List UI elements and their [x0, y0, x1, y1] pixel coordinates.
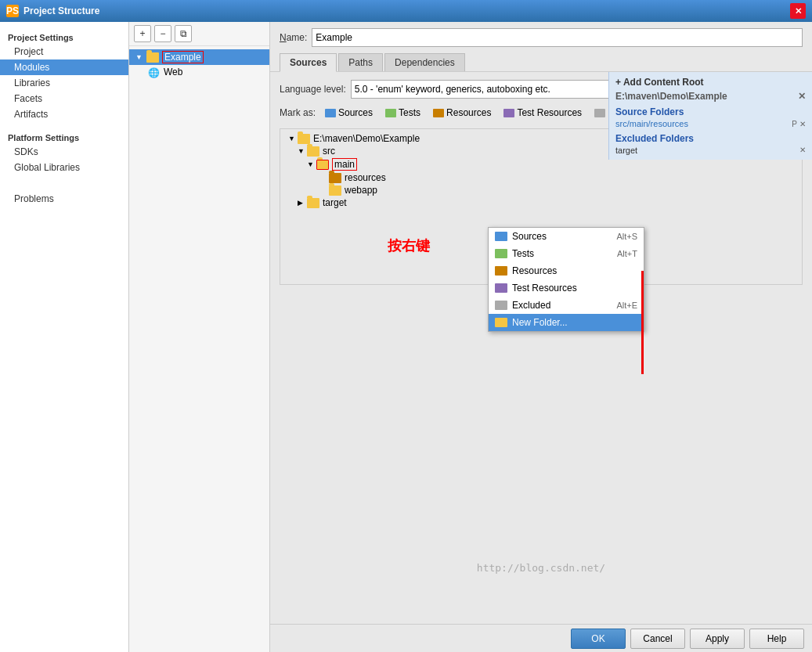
ctx-resources[interactable]: Resources — [489, 262, 644, 279]
content-area: Language level: ▼ Mark as: Sources Tests — [270, 72, 812, 652]
sidebar-item-project[interactable]: Project — [0, 44, 128, 59]
ctx-resources-label: Resources — [512, 265, 557, 276]
source-folder-path: src/main/resources — [615, 119, 688, 128]
add-module-button[interactable]: + — [134, 25, 151, 42]
mark-as-label: Mark as: — [280, 107, 316, 118]
right-panel: Name: Sources Paths Dependencies Languag… — [270, 22, 812, 652]
right-header: Name: Sources Paths Dependencies — [270, 22, 812, 72]
ctx-sources-shortcut: Alt+S — [616, 232, 637, 241]
help-button[interactable]: Help — [749, 629, 804, 649]
language-level-label: Language level: — [280, 84, 346, 95]
sources-icon — [325, 109, 336, 117]
name-input[interactable] — [312, 28, 803, 47]
ctx-test-resources[interactable]: Test Resources — [489, 279, 644, 297]
ctx-sources-label: Sources — [512, 231, 547, 242]
ctx-sources[interactable]: Sources Alt+S — [489, 228, 644, 245]
info-panel: + Add Content Root E:\maven\Demo\Example… — [608, 72, 812, 160]
watermark-text: http://blog.csdn.net/ — [477, 562, 605, 574]
target-label: target — [323, 197, 347, 208]
main-label: main — [332, 158, 357, 171]
cancel-button[interactable]: Cancel — [630, 629, 685, 649]
test-resources-icon — [503, 109, 514, 117]
add-content-root-label[interactable]: + Add Content Root — [615, 77, 704, 88]
platform-settings-label: Platform Settings — [0, 128, 128, 144]
sidebar-item-facets[interactable]: Facets — [0, 91, 128, 106]
module-tree-item-example[interactable]: ▼ Example — [129, 49, 269, 65]
ctx-test-resources-icon — [495, 283, 507, 293]
app-icon: PS — [6, 5, 19, 17]
sidebar-item-artifacts[interactable]: Artifacts — [0, 106, 128, 122]
info-path-header: E:\maven\Demo\Example ✕ — [615, 91, 806, 102]
tab-paths[interactable]: Paths — [338, 53, 383, 71]
tabs-row: Sources Paths Dependencies — [280, 53, 803, 71]
root-folder-icon — [298, 134, 310, 144]
ctx-sources-icon — [495, 232, 507, 241]
main-folder-icon — [316, 160, 329, 170]
tab-sources[interactable]: Sources — [280, 53, 337, 72]
ftree-target[interactable]: ▶ target — [283, 196, 799, 209]
webapp-label: webapp — [345, 185, 377, 196]
resources-label: resources — [345, 172, 386, 183]
project-settings-label: Project Settings — [0, 28, 128, 44]
ctx-tests[interactable]: Tests Alt+T — [489, 245, 644, 262]
webapp-folder-icon — [329, 186, 341, 196]
src-label: src — [323, 146, 335, 157]
ctx-tests-shortcut: Alt+T — [617, 249, 637, 258]
ok-button[interactable]: OK — [571, 629, 626, 649]
bottom-bar: OK Cancel Apply Help — [270, 624, 812, 652]
ctx-excluded-label: Excluded — [512, 300, 550, 311]
ctx-tests-icon — [495, 249, 507, 258]
example-label: Example — [162, 51, 204, 63]
src-folder-icon — [307, 146, 319, 157]
resources-folder-icon — [329, 173, 341, 183]
copy-module-button[interactable]: ⧉ — [175, 25, 192, 42]
ctx-new-folder[interactable]: New Folder... — [489, 314, 644, 331]
context-menu: Sources Alt+S Tests Alt+T Resources Test… — [488, 227, 644, 332]
source-folder-p-btn[interactable]: P — [792, 120, 797, 128]
name-label: Name: — [280, 32, 307, 43]
ctx-excluded[interactable]: Excluded Alt+E — [489, 297, 644, 314]
excluded-folders-title: Excluded Folders — [615, 133, 806, 144]
mark-test-resources-button[interactable]: Test Resources — [500, 106, 585, 119]
tab-dependencies[interactable]: Dependencies — [384, 53, 465, 71]
close-button[interactable]: ✕ — [790, 3, 806, 19]
mark-tests-button[interactable]: Tests — [382, 106, 424, 119]
source-folders-title: Source Folders — [615, 106, 806, 117]
ctx-excluded-icon — [495, 301, 507, 310]
excluded-folder-row: target ✕ — [615, 146, 806, 155]
folder-icon-example — [146, 52, 159, 63]
ctx-resources-icon — [495, 266, 507, 276]
sidebar-item-global-libraries[interactable]: Global Libraries — [0, 160, 128, 175]
excluded-folder-remove-btn[interactable]: ✕ — [799, 146, 806, 155]
sidebar-item-problems[interactable]: Problems — [0, 191, 128, 207]
target-folder-icon — [307, 198, 319, 208]
ctx-excluded-shortcut: Alt+E — [616, 301, 637, 310]
ctx-tests-label: Tests — [512, 248, 534, 259]
info-panel-close[interactable]: ✕ — [798, 91, 806, 102]
module-tree-item-web[interactable]: 🌐 Web — [129, 65, 269, 79]
module-list-panel: + − ⧉ ▼ Example 🌐 Web — [129, 22, 270, 652]
root-path-label: E:\maven\Demo\Example — [313, 133, 420, 144]
module-toolbar: + − ⧉ — [129, 22, 269, 46]
ctx-new-folder-icon — [495, 318, 507, 327]
source-folder-remove-btn[interactable]: ✕ — [799, 120, 806, 128]
web-icon: 🌐 — [148, 67, 161, 77]
ctx-new-folder-label: New Folder... — [512, 317, 568, 328]
sidebar: Project Settings Project Modules Librari… — [0, 22, 129, 652]
source-folder-row: src/main/resources P ✕ — [615, 119, 806, 128]
excluded-icon — [594, 109, 605, 117]
window-title: Project Structure — [23, 5, 99, 16]
excluded-folder-path: target — [615, 146, 637, 155]
sidebar-item-modules[interactable]: Modules — [0, 59, 128, 75]
remove-module-button[interactable]: − — [154, 25, 171, 42]
apply-button[interactable]: Apply — [690, 629, 745, 649]
sidebar-item-libraries[interactable]: Libraries — [0, 75, 128, 91]
resources-icon — [433, 109, 444, 117]
ftree-resources[interactable]: resources — [283, 171, 799, 184]
ctx-test-resources-label: Test Resources — [512, 283, 577, 294]
sidebar-item-sdks[interactable]: SDKs — [0, 144, 128, 160]
ftree-webapp[interactable]: webapp — [283, 184, 799, 196]
mark-resources-button[interactable]: Resources — [430, 106, 494, 119]
module-tree: ▼ Example 🌐 Web — [129, 46, 269, 652]
mark-sources-button[interactable]: Sources — [322, 106, 376, 119]
